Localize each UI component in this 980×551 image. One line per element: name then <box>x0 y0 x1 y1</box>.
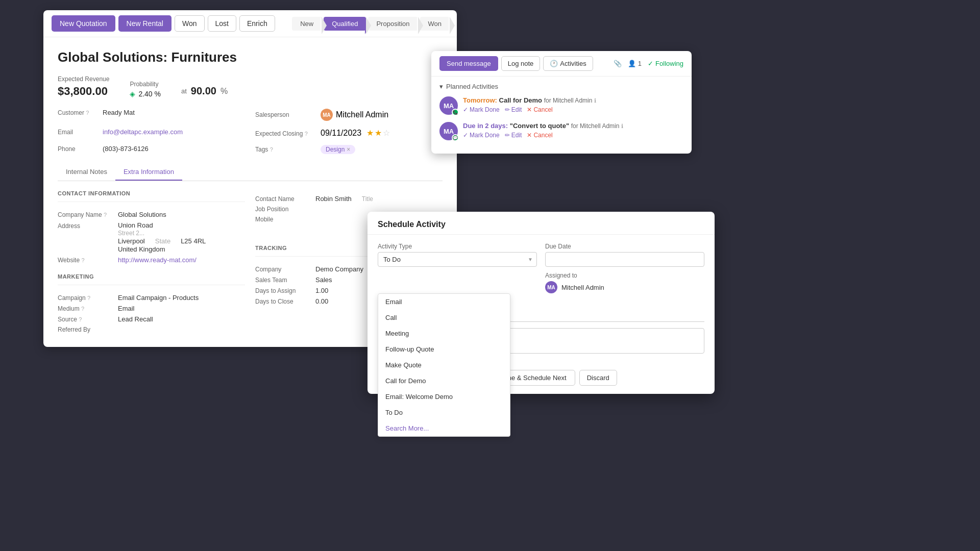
star-3[interactable]: ☆ <box>383 128 390 138</box>
star-1[interactable]: ★ <box>366 128 374 138</box>
action-buttons-area: New Quotation New Rental Won Lost Enrich <box>43 10 286 37</box>
star-rating: ★ ★ ☆ <box>366 128 390 138</box>
dropdown-search-more[interactable]: Search More... <box>378 420 510 436</box>
followers-icon[interactable]: 👤 1 <box>628 60 642 67</box>
cancel-link-2[interactable]: ✕ Cancel <box>527 132 552 139</box>
tag-remove[interactable]: × <box>347 146 350 153</box>
customer-label: Customer ? <box>58 109 99 116</box>
activity-info-icon-2[interactable]: ℹ <box>621 123 623 129</box>
salesperson-value-wrap: MA Mitchell Admin <box>321 109 388 121</box>
activity-time-1: Tomorrow: <box>463 96 497 104</box>
campaign-label: Campaign ? <box>58 294 114 302</box>
mark-done-link-2[interactable]: ✓ Mark Done <box>463 132 500 139</box>
salesperson-field: Salesperson MA Mitchell Admin <box>255 107 443 122</box>
log-note-button[interactable]: Log note <box>501 56 541 71</box>
email-value: info@deltapc.example.com <box>103 128 183 136</box>
activity-type-select[interactable]: To Do <box>378 252 537 267</box>
customer-value: Ready Mat <box>103 109 135 116</box>
following-button[interactable]: ✓ Following <box>648 60 683 67</box>
prob-icon: ◈ <box>130 90 135 98</box>
dropdown-arrow-icon: ▼ <box>528 257 533 262</box>
enrich-button[interactable]: Enrich <box>239 15 275 32</box>
step-won[interactable]: Won <box>420 17 450 31</box>
tags-field: Tags ? Design × <box>255 143 443 156</box>
activity-type-dropdown: Email Call Meeting Follow-up Quote Make … <box>378 293 510 437</box>
expected-revenue-label: Expected Revenue <box>58 76 109 83</box>
follower-person-icon: 👤 <box>628 60 636 67</box>
due-date-input[interactable]: 09/16/2023 <box>545 252 704 267</box>
company-value: Demo Company <box>315 265 363 273</box>
card-header: New Quotation New Rental Won Lost Enrich… <box>43 10 457 37</box>
activity-info-icon-1[interactable]: ℹ <box>594 97 596 104</box>
dropdown-followup-quote[interactable]: Follow-up Quote <box>378 341 510 357</box>
sales-team-value: Sales <box>315 276 332 284</box>
step-proposition[interactable]: Proposition <box>368 17 418 31</box>
activity-for-text-2: for Mitchell Admin <box>571 122 620 130</box>
percent-sign: % <box>220 87 228 96</box>
activities-label: Activities <box>560 60 586 67</box>
send-message-button[interactable]: Send message <box>439 56 498 71</box>
mark-done-link-1[interactable]: ✓ Mark Done <box>463 106 500 113</box>
dropdown-make-quote[interactable]: Make Quote <box>378 357 510 373</box>
tabs: Internal Notes Extra Information <box>58 164 443 181</box>
address-field: Address Union Road Street 2... Liverpool… <box>58 220 245 255</box>
dialog-title: Schedule Activity <box>368 212 715 235</box>
source-field: Source ? Lead Recall <box>58 314 245 324</box>
activity-status-dot-1: 📞 <box>452 109 459 116</box>
edit-link-1[interactable]: ✏ Edit <box>505 106 522 113</box>
assigned-name: Mitchell Admin <box>561 284 604 291</box>
tab-extra-information[interactable]: Extra Information <box>115 164 182 181</box>
assigned-to-section: Assigned to MA Mitchell Admin <box>545 272 704 293</box>
dialog-top-row: Activity Type To Do ▼ Email Call Meeting… <box>378 243 704 293</box>
dropdown-email[interactable]: Email <box>378 294 510 310</box>
days-to-assign-value: 1.00 <box>315 287 328 294</box>
expected-closing-label: Expected Closing ? <box>255 130 316 137</box>
discard-button[interactable]: Discard <box>579 370 617 386</box>
edit-link-2[interactable]: ✏ Edit <box>505 132 522 139</box>
salesperson-label: Salesperson <box>255 111 316 118</box>
chatter-icons: 📎 👤 1 ✓ Following <box>614 60 683 67</box>
planned-activities-section: ▾ Planned Activities MA 📞 Tomorrow: Call… <box>431 77 692 154</box>
probability-value: 2.40 % <box>138 90 161 98</box>
tab-internal-notes[interactable]: Internal Notes <box>58 164 115 181</box>
dropdown-to-do[interactable]: To Do <box>378 405 510 420</box>
expected-revenue-section: Expected Revenue $3,800.00 <box>58 76 109 98</box>
at-value: 90.00 <box>191 85 216 97</box>
address-line2: Street 2... <box>118 230 206 237</box>
dropdown-call-for-demo[interactable]: Call for Demo <box>378 373 510 389</box>
star-2[interactable]: ★ <box>375 128 382 138</box>
contact-name-label: Contact Name <box>255 195 311 203</box>
following-label: Following <box>655 60 683 67</box>
new-quotation-button[interactable]: New Quotation <box>52 15 115 32</box>
campaign-field: Campaign ? Email Campaign - Products <box>58 292 245 303</box>
new-rental-button[interactable]: New Rental <box>118 15 172 32</box>
tag-design: Design × <box>321 145 355 154</box>
activities-button[interactable]: 🕐 Activities <box>543 56 593 71</box>
activity-action-text-1: Call for Demo <box>499 96 543 104</box>
activity-type-field: Activity Type To Do ▼ Email Call Meeting… <box>378 243 537 293</box>
schedule-activity-dialog: Schedule Activity Activity Type To Do ▼ … <box>368 212 715 394</box>
won-button[interactable]: Won <box>175 15 205 32</box>
paperclip-icon[interactable]: 📎 <box>614 60 622 67</box>
tags-label: Tags ? <box>255 146 316 153</box>
address-city: Liverpool <box>118 237 145 245</box>
activity-label-2: Due in 2 days: "Convert to quote" for Mi… <box>463 122 683 130</box>
title-label: Title <box>362 195 373 203</box>
dropdown-meeting[interactable]: Meeting <box>378 325 510 341</box>
step-new[interactable]: New <box>292 17 322 31</box>
company-label: Company <box>255 266 311 273</box>
medium-field: Medium ? Email <box>58 303 245 314</box>
step-qualified[interactable]: Qualified <box>324 17 366 31</box>
dropdown-call[interactable]: Call <box>378 310 510 325</box>
assigned-avatar: MA <box>545 281 557 293</box>
expected-closing-field: Expected Closing ? 09/11/2023 ★ ★ ☆ <box>255 127 443 139</box>
chatter-header: Send message Log note 🕐 Activities 📎 👤 1… <box>431 51 692 77</box>
log-note-label: Log note <box>508 60 534 67</box>
dropdown-email-welcome[interactable]: Email: Welcome Demo <box>378 389 510 405</box>
website-value: http://www.ready-mat.com/ <box>118 256 197 264</box>
company-name-value: Global Solutions <box>118 211 166 218</box>
referred-by-label: Referred By <box>58 326 114 333</box>
medium-label: Medium ? <box>58 305 114 312</box>
lost-button[interactable]: Lost <box>208 15 236 32</box>
cancel-link-1[interactable]: ✕ Cancel <box>527 106 552 113</box>
